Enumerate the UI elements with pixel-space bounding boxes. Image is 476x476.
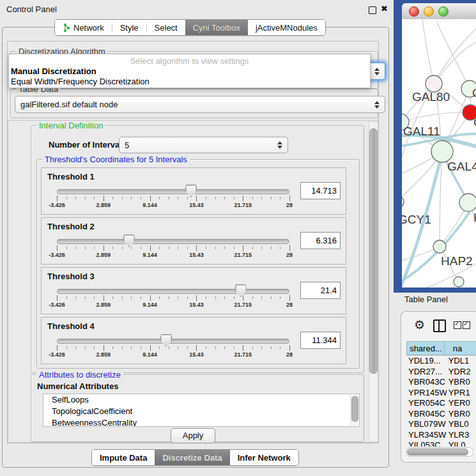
right-mid-node[interactable] xyxy=(459,194,476,211)
table-row[interactable]: YPR145WYPR1 xyxy=(406,388,476,399)
list-scrollbar-track[interactable] xyxy=(350,395,358,426)
table-data-combobox[interactable]: galFiltered.sif default node xyxy=(15,96,385,113)
cell-shared-name[interactable]: YBR045C xyxy=(406,409,447,420)
cell-shared-name[interactable]: YBL079W xyxy=(406,419,447,430)
attribute-list-item[interactable]: TopologicalCoefficient xyxy=(43,406,359,417)
table-row[interactable]: YDR27...YDR2 xyxy=(406,367,476,378)
attribute-list-item[interactable]: SelfLoops xyxy=(43,394,359,406)
threshold-slider[interactable]: -3.4262.8599.14415.4321.71528 xyxy=(57,284,289,310)
bottom-tab-bar: Impute Data Discretize Data Infer Networ… xyxy=(91,449,299,466)
cell-name[interactable]: YIL0 xyxy=(447,440,476,447)
interval-definition-title: Interval Definition xyxy=(36,121,105,130)
thresholds-coordinates-title: Threshold's Coordinates for 5 Intervals xyxy=(42,155,190,164)
slider-ticks xyxy=(57,245,289,251)
cell-name[interactable]: YER0 xyxy=(447,398,476,409)
threshold-value-field[interactable]: 11.344 xyxy=(300,332,341,349)
node-label: GAL80 xyxy=(412,90,450,104)
number-of-intervals-combobox[interactable]: 5 xyxy=(119,137,288,153)
table-row[interactable]: YIL053CYIL0 xyxy=(406,440,476,447)
network-canvas[interactable]: GAL80GACGAL11GAL4GCY1HHAP2 xyxy=(402,19,476,288)
table-row[interactable]: YBR043CYBR0 xyxy=(406,377,476,388)
close-traffic-light[interactable] xyxy=(409,6,419,17)
tab-network[interactable]: Network xyxy=(55,20,112,35)
cell-name[interactable]: YLR3 xyxy=(447,430,476,441)
tab-infer-network[interactable]: Infer Network xyxy=(230,450,298,465)
node-label: GCY1 xyxy=(402,213,431,226)
threshold-label: Threshold 1 xyxy=(47,172,95,181)
slider-ticks xyxy=(57,196,289,201)
slider-track[interactable] xyxy=(57,289,289,294)
column-header-name[interactable]: na xyxy=(444,341,476,355)
threshold-slider[interactable]: -3.4262.8599.14415.4321.71528 xyxy=(57,185,289,210)
cell-name[interactable]: YBR0 xyxy=(447,409,476,420)
cell-name[interactable]: YDR2 xyxy=(447,367,476,378)
node-label: GAL4 xyxy=(447,160,476,173)
dropdown-item-equal-width-frequency[interactable]: Equal Width/Frequency Discretization xyxy=(9,76,370,86)
cell-name[interactable]: YBR0 xyxy=(447,377,476,388)
minimize-traffic-light[interactable] xyxy=(424,6,434,17)
threshold-panel: Threshold 2-3.4262.8599.14415.4321.71528… xyxy=(41,217,346,265)
vertical-scrollbar-thumb[interactable] xyxy=(369,128,378,374)
cell-name[interactable]: YPR1 xyxy=(447,388,476,399)
cell-shared-name[interactable]: YDR27... xyxy=(406,367,447,378)
slider-track[interactable] xyxy=(57,189,289,194)
apply-button[interactable]: Apply xyxy=(171,428,215,443)
tab-select[interactable]: Select xyxy=(147,20,185,35)
tab-cyni-toolbox[interactable]: Cyni Toolbox xyxy=(185,20,248,35)
network-window-titlebar[interactable] xyxy=(402,3,476,20)
cell-name[interactable]: YDL1 xyxy=(447,356,476,367)
tab-jactivemnodules[interactable]: jActiveMNodules xyxy=(248,20,325,35)
threshold-slider[interactable]: -3.4262.8599.14415.4321.71528 xyxy=(57,334,289,360)
table-row[interactable]: YDL19...YDL1 xyxy=(406,356,476,367)
HAP2-node[interactable] xyxy=(433,240,446,253)
dropdown-placeholder-item[interactable]: Select algorithm to view settings xyxy=(9,54,370,66)
tab-style[interactable]: Style xyxy=(112,20,146,35)
threshold-label: Threshold 2 xyxy=(47,222,95,231)
split-columns-icon[interactable] xyxy=(433,319,446,332)
horizontal-scrollbar-thumb[interactable] xyxy=(407,449,468,456)
bottom-node[interactable] xyxy=(454,277,464,287)
table-body[interactable]: YDL19...YDL1YDR27...YDR2YBR043CYBR0YPR14… xyxy=(406,355,476,447)
table-row[interactable]: YBR045CYBR0 xyxy=(406,409,476,420)
dropdown-item-manual-discretization[interactable]: Manual Discretization xyxy=(9,66,370,76)
table-row[interactable]: YLR345WYLR3 xyxy=(406,430,476,441)
network-edge xyxy=(402,112,470,122)
tab-discretize-data[interactable]: Discretize Data xyxy=(155,450,229,465)
cell-shared-name[interactable]: YLR345W xyxy=(406,430,447,441)
checkbox-icon[interactable] xyxy=(463,321,470,329)
numerical-attributes-list[interactable]: SelfLoopsTopologicalCoefficientBetweenne… xyxy=(43,394,360,427)
gear-icon[interactable]: ⚙ xyxy=(414,318,425,332)
cell-shared-name[interactable]: YBR043C xyxy=(406,377,447,388)
cell-name[interactable]: YBL0 xyxy=(447,419,476,430)
cell-shared-name[interactable]: YDL19... xyxy=(406,356,447,367)
slider-track[interactable] xyxy=(57,339,289,344)
slider-track[interactable] xyxy=(57,239,289,244)
horizontal-scrollbar-track[interactable] xyxy=(406,447,473,457)
threshold-value-field[interactable]: 21.4 xyxy=(300,282,341,299)
threshold-value-field[interactable]: 6.316 xyxy=(300,232,341,249)
cell-shared-name[interactable]: YPR145W xyxy=(406,388,447,399)
threshold-panel: Threshold 1-3.4262.8599.14415.4321.71528… xyxy=(41,167,346,215)
tab-impute-data[interactable]: Impute Data xyxy=(92,450,155,465)
threshold-value-field[interactable]: 14.713 xyxy=(300,182,341,199)
list-scrollbar-thumb[interactable] xyxy=(351,396,358,422)
slider-tick-labels: -3.4262.8599.14415.4321.71528 xyxy=(57,351,289,358)
network-edge xyxy=(437,22,470,89)
checkbox-icon[interactable] xyxy=(454,321,461,329)
float-window-icon[interactable] xyxy=(369,6,376,14)
node-label: GAL11 xyxy=(403,125,440,138)
GAL4-node[interactable] xyxy=(431,141,453,162)
table-row[interactable]: YBL079WYBL0 xyxy=(406,419,476,430)
close-icon[interactable]: ✖ xyxy=(381,4,388,13)
GCY1-node[interactable] xyxy=(402,196,404,208)
table-row[interactable]: YER054CYER0 xyxy=(406,398,476,409)
cell-shared-name[interactable]: YIL053C xyxy=(406,440,447,447)
column-header-shared-name[interactable]: shared... xyxy=(406,341,444,355)
slider-tick-labels: -3.4262.8599.14415.4321.71528 xyxy=(57,302,289,309)
cell-shared-name[interactable]: YER054C xyxy=(406,398,447,409)
thresholds-coordinates-group: Threshold's Coordinates for 5 Intervals … xyxy=(36,159,360,369)
threshold-panel: Threshold 3-3.4262.8599.14415.4321.71528… xyxy=(41,267,346,314)
attribute-list-item[interactable]: BetweennessCentrality xyxy=(43,417,359,427)
threshold-slider[interactable]: -3.4262.8599.14415.4321.71528 xyxy=(57,234,289,260)
zoom-traffic-light[interactable] xyxy=(438,6,449,17)
